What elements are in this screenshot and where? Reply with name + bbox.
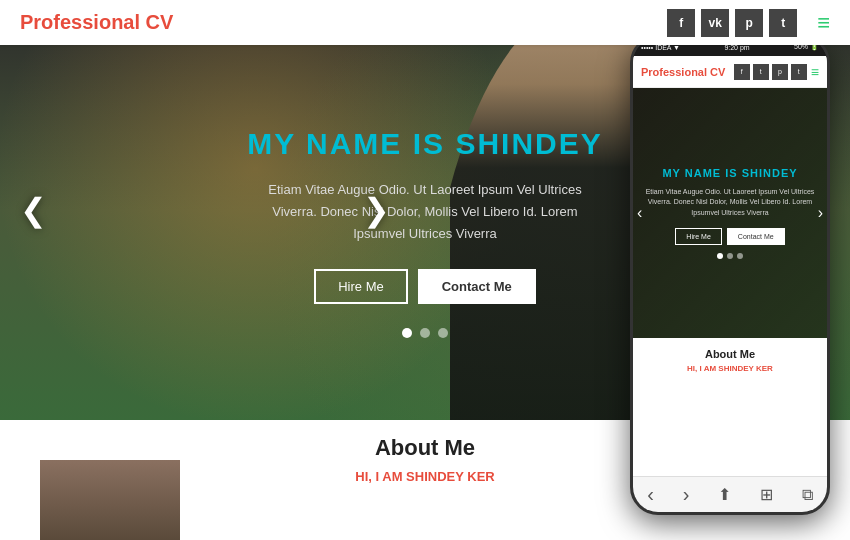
phone-dots [717,253,743,259]
phone-logo-bold: CV [710,66,725,78]
about-subtitle: HI, I AM SHINDEY KER [355,469,494,484]
contact-me-button[interactable]: Contact Me [418,269,536,304]
phone-menu-icon[interactable]: ≡ [811,64,819,80]
avatar-box [40,460,180,540]
phone-pinterest-icon[interactable]: p [772,64,788,80]
phone-hire-button[interactable]: Hire Me [675,228,722,245]
phone-logo: Professional CV [641,66,725,78]
phone-hero-text: Etiam Vitae Augue Odio. Ut Laoreet Ipsum… [643,187,817,219]
phone-back-button[interactable]: ‹ [647,483,654,506]
phone-about: About Me HI, I AM SHINDEY KER [633,338,827,383]
slide-dot-1[interactable] [402,328,412,338]
hero-buttons: Hire Me Contact Me [314,269,536,304]
hero-title-highlight: SHINDEY [455,127,602,160]
slide-dots [402,328,448,338]
phone-bookmarks-button[interactable]: ⊞ [760,485,773,504]
phone-header: Professional CV f t p t ≡ [633,56,827,88]
phone-hero-title: MY NAME IS SHINDEY [662,167,797,179]
phone-twitter-icon[interactable]: t [753,64,769,80]
logo-text: Professional [20,11,146,33]
header: Professional CV f vk p t ≡ [0,0,850,45]
hire-me-button[interactable]: Hire Me [314,269,408,304]
phone-share-button[interactable]: ⬆ [718,485,731,504]
about-title: About Me [375,435,475,461]
phone-tabs-button[interactable]: ⧉ [802,486,813,504]
header-right: f vk p t ≡ [667,9,830,37]
phone-vk-icon[interactable]: t [791,64,807,80]
phone-hero-content: MY NAME IS SHINDEY Etiam Vitae Augue Odi… [633,88,827,338]
phone-hero-highlight: SHINDEY [742,167,798,179]
phone-hero: ‹ › MY NAME IS SHINDEY Etiam Vitae Augue… [633,88,827,338]
phone-about-title: About Me [643,348,817,360]
logo: Professional CV [20,11,173,34]
phone-facebook-icon[interactable]: f [734,64,750,80]
phone-social-icons: f t p t [734,64,807,80]
phone-about-sub: HI, I AM SHINDEY KER [643,364,817,373]
phone-contact-button[interactable]: Contact Me [727,228,785,245]
phone-logo-text: Professional [641,66,710,78]
phone-mockup: ••••• IDEA ▼ 9:20 pm 50% 🔋 Professional … [630,35,830,515]
facebook-icon[interactable]: f [667,9,695,37]
slide-next-arrow[interactable]: ❯ [363,191,390,229]
phone-forward-button[interactable]: › [683,483,690,506]
avatar-image [40,460,180,540]
slide-prev-arrow[interactable]: ❮ [20,191,47,229]
hero-title-prefix: MY NAME IS [247,127,455,160]
twitter-icon[interactable]: t [769,9,797,37]
slide-dot-2[interactable] [420,328,430,338]
phone-buttons: Hire Me Contact Me [675,228,784,245]
hero-title: MY NAME IS SHINDEY [247,127,603,161]
slide-dot-3[interactable] [438,328,448,338]
pinterest-icon[interactable]: p [735,9,763,37]
phone-dot-3[interactable] [737,253,743,259]
vk-icon[interactable]: vk [701,9,729,37]
hero-subtitle: Etiam Vitae Augue Odio. Ut Laoreet Ipsum… [265,179,585,245]
social-icons: f vk p t [667,9,797,37]
menu-hamburger-icon[interactable]: ≡ [817,10,830,36]
phone-bottom-nav: ‹ › ⬆ ⊞ ⧉ [633,476,827,512]
phone-dot-1[interactable] [717,253,723,259]
logo-bold: CV [146,11,174,33]
phone-dot-2[interactable] [727,253,733,259]
phone-hero-prefix: MY NAME IS [662,167,741,179]
